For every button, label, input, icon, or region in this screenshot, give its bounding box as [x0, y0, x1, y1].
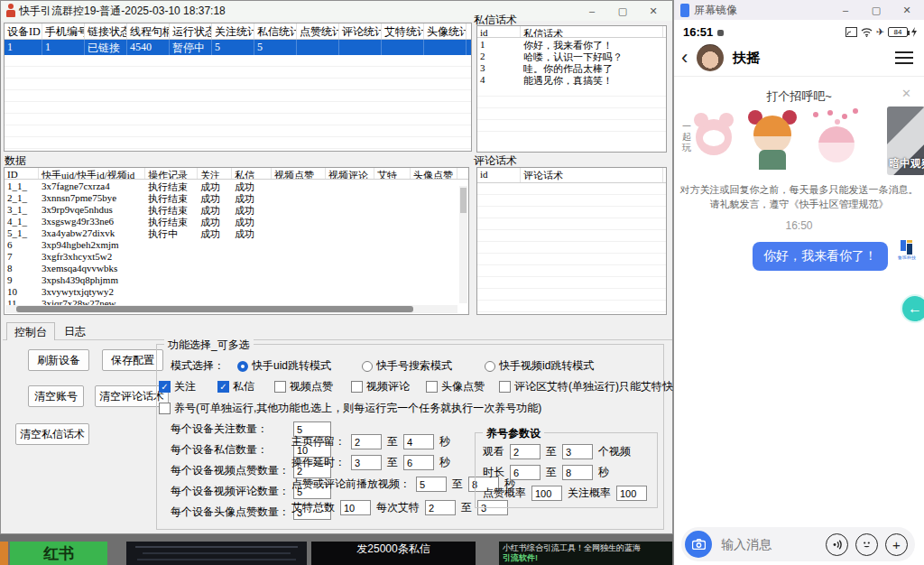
- tab-log[interactable]: 日志: [57, 322, 93, 340]
- col-header[interactable]: 运行状态: [170, 23, 212, 39]
- col-header[interactable]: 线程句柄: [127, 23, 170, 39]
- radio-account-search[interactable]: [362, 361, 373, 372]
- vertical-scrollbar[interactable]: [459, 186, 467, 303]
- clear-accounts-button[interactable]: 清空账号: [28, 385, 84, 407]
- checkbox-label[interactable]: 头像点赞: [441, 379, 485, 394]
- col-header[interactable]: 头像点赞: [411, 168, 457, 179]
- table-row[interactable]: 4_1_3xsgswg49r33ne6执行结束成功成功: [5, 215, 468, 227]
- col-header[interactable]: 视频点赞: [272, 168, 326, 179]
- sticker-husky[interactable]: 暗中观察: [887, 107, 924, 175]
- stay-to-input[interactable]: [403, 434, 434, 449]
- checkbox-nurture[interactable]: [159, 403, 171, 414]
- checkbox-video-like[interactable]: [274, 381, 286, 393]
- sticker-pink-girl[interactable]: [806, 107, 865, 175]
- floating-back-button[interactable]: ←: [901, 294, 924, 323]
- col-header[interactable]: 评论统计: [339, 23, 382, 39]
- col-header[interactable]: 私信: [232, 168, 272, 179]
- delay-from-input[interactable]: [351, 455, 382, 470]
- at-each-from-input[interactable]: [425, 500, 456, 515]
- radio-label[interactable]: 快手号搜索模式: [376, 358, 452, 374]
- contact-avatar[interactable]: [697, 44, 724, 71]
- camera-button[interactable]: [685, 531, 712, 558]
- col-header[interactable]: 艾特: [374, 168, 411, 179]
- col-header[interactable]: 私信话术: [521, 26, 663, 37]
- close-button[interactable]: ✕: [638, 1, 669, 21]
- checkbox-label[interactable]: 私信: [233, 379, 254, 394]
- table-row[interactable]: 103xvywytxjqtywy2: [5, 285, 468, 297]
- sticker-orange-girl[interactable]: [743, 107, 802, 175]
- greeting-close-icon[interactable]: ✕: [901, 87, 911, 100]
- tab-console[interactable]: 控制台: [6, 322, 55, 340]
- col-header[interactable]: ID: [5, 168, 39, 179]
- watch-from-input[interactable]: [510, 444, 541, 459]
- table-row[interactable]: 4能遇见你，真搞笑！: [477, 73, 666, 85]
- checkbox-label[interactable]: 评论区艾特(单独运行)只能艾特快手号: [514, 379, 695, 394]
- maximize-button[interactable]: ▢: [607, 1, 638, 21]
- col-header[interactable]: id: [477, 168, 521, 182]
- clear-pm-scripts-button[interactable]: 清空私信话术: [15, 423, 89, 445]
- checkbox-comment-at[interactable]: [499, 381, 511, 393]
- radio-label[interactable]: 快手uid跳转模式: [252, 358, 331, 374]
- col-header[interactable]: 快手uid/快手id/视频id: [39, 168, 145, 179]
- at-total-input[interactable]: [340, 500, 371, 515]
- table-row[interactable]: 5_1_3xa4yabw27dixvk执行中成功成功: [5, 227, 468, 238]
- delay-to-input[interactable]: [403, 455, 434, 470]
- duration-from-input[interactable]: [510, 465, 541, 480]
- sticker-bear[interactable]: 一起玩: [679, 107, 739, 175]
- radio-video-jump[interactable]: [485, 361, 495, 372]
- col-header[interactable]: id: [477, 26, 521, 37]
- col-header[interactable]: 操作记录: [145, 168, 198, 179]
- left-titlebar[interactable]: 快手引流群控19-普通-2025-03-10 18:37:18: [1, 1, 672, 21]
- horizontal-scrollbar[interactable]: [5, 305, 457, 313]
- col-header[interactable]: 设备ID: [5, 23, 42, 39]
- save-config-button[interactable]: 保存配置: [102, 349, 163, 371]
- self-avatar[interactable]: 鲁班科技: [895, 240, 919, 267]
- minimize-button[interactable]: –: [577, 1, 607, 21]
- col-header[interactable]: 视频评论: [326, 168, 374, 179]
- col-header[interactable]: 点赞统计: [297, 23, 339, 39]
- play-from-input[interactable]: [416, 477, 447, 492]
- checkbox-pm[interactable]: ✓: [217, 381, 229, 393]
- refresh-devices-button[interactable]: 刷新设备: [28, 349, 89, 371]
- emoji-icon[interactable]: [855, 533, 878, 556]
- checkbox-label[interactable]: 关注: [174, 379, 196, 394]
- col-header[interactable]: 关注: [198, 168, 232, 179]
- device-row-selected[interactable]: 1 1 已链接 4540 暂停中 5 5: [5, 40, 471, 55]
- table-row[interactable]: 93xpsh439q8phjmm: [5, 273, 468, 285]
- duration-to-input[interactable]: [562, 465, 593, 480]
- radio-uid-jump[interactable]: [237, 361, 248, 372]
- table-row[interactable]: 73xgfr3xhcyxt5w2: [5, 250, 468, 262]
- checkbox-label[interactable]: 视频评论: [366, 379, 410, 394]
- checkbox-video-comment[interactable]: [351, 381, 363, 393]
- close-button[interactable]: ✕: [892, 0, 922, 20]
- table-row[interactable]: 1_1_3x7fagne7cxrza4执行结束成功成功: [5, 180, 468, 191]
- table-row[interactable]: 2哈喽，认识一下好吗？: [477, 50, 666, 61]
- table-row[interactable]: 2_1_3xnnsn7pme75bye执行结束成功成功: [5, 191, 468, 203]
- checkbox-label[interactable]: 视频点赞: [290, 379, 333, 394]
- like-prob-input[interactable]: [531, 486, 562, 501]
- col-header[interactable]: 手机编号: [42, 23, 85, 39]
- col-header[interactable]: 评论话术: [521, 168, 663, 182]
- sent-message-bubble[interactable]: 你好，我来看你了！: [753, 242, 888, 271]
- radio-label[interactable]: 快手视频id跳转模式: [499, 358, 594, 374]
- checkbox-label[interactable]: 养号(可单独运行,其他功能也选上，则每运行完一个任务就执行一次养号功能): [174, 401, 541, 416]
- table-row[interactable]: 1你好，我来看你了！: [477, 38, 666, 50]
- follow-prob-input[interactable]: [616, 486, 647, 501]
- minimize-button[interactable]: –: [830, 0, 861, 20]
- col-header[interactable]: 头像统计: [424, 23, 467, 39]
- table-row[interactable]: 83xemsqa4qvvwbks: [5, 262, 468, 273]
- menu-icon[interactable]: [895, 51, 913, 64]
- more-actions-icon[interactable]: +: [885, 533, 908, 556]
- message-input[interactable]: [721, 537, 811, 551]
- maximize-button[interactable]: ▢: [861, 0, 892, 20]
- voice-message-icon[interactable]: [826, 533, 848, 556]
- col-header[interactable]: 私信统计: [254, 23, 297, 39]
- stay-from-input[interactable]: [351, 434, 382, 449]
- watch-to-input[interactable]: [562, 444, 593, 459]
- table-row[interactable]: 63xp94hgbeh2xmjm: [5, 238, 468, 250]
- contact-name[interactable]: 扶摇: [733, 50, 760, 67]
- col-header[interactable]: 关注统计: [212, 23, 254, 39]
- checkbox-follow[interactable]: ✓: [159, 381, 171, 393]
- back-icon[interactable]: ‹: [681, 49, 688, 67]
- col-header[interactable]: 链接状态: [85, 23, 127, 39]
